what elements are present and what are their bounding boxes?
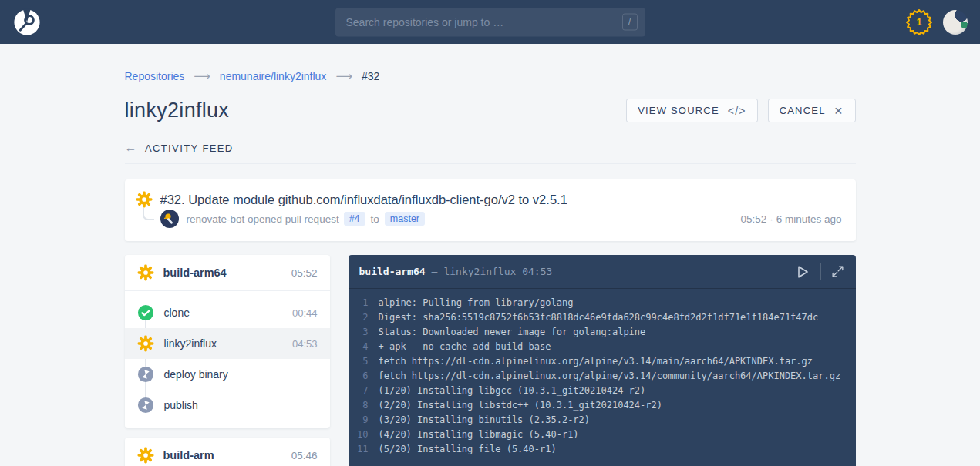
running-gear-icon (136, 191, 153, 208)
breadcrumb-link[interactable]: Repositories (125, 70, 185, 82)
breadcrumb-arrow-icon: ⟶ (335, 69, 352, 83)
breadcrumb-link[interactable]: nemunaire/linky2influx (220, 70, 327, 82)
log-line: 6 fetch https://dl-cdn.alpinelinux.org/a… (349, 369, 856, 384)
view-source-label: VIEW SOURCE (638, 105, 719, 116)
pipeline-step[interactable]: clone 00:44 (125, 297, 330, 328)
log-line: 8 (2/20) Installing libstdc++ (10.3.1_gi… (349, 398, 856, 413)
vertical-divider (820, 263, 821, 280)
console-separator: – (432, 266, 438, 277)
pipeline-step[interactable]: linky2influx 04:53 (125, 328, 330, 359)
line-number: 6 (349, 369, 369, 384)
step-label: clone (164, 307, 190, 319)
global-search: / (335, 8, 645, 36)
line-text: (3/20) Installing binutils (2.35.2-r2) (369, 413, 591, 427)
line-number: 9 (349, 413, 369, 427)
line-number: 10 (349, 427, 369, 442)
console-log: 1 alpine: Pulling from library/golang 2 … (349, 289, 856, 457)
left-arrow-icon: ← (125, 141, 138, 155)
line-text: fetch https://dl-cdn.alpinelinux.org/alp… (369, 369, 841, 384)
search-input[interactable] (346, 16, 622, 28)
to-word: to (371, 213, 379, 225)
step-duration: 00:44 (292, 307, 318, 319)
code-icon: </> (728, 105, 746, 117)
build-feed-card[interactable]: #32. Update module github.com/influxdata… (125, 179, 856, 241)
woodpecker-logo-icon[interactable] (12, 8, 42, 37)
line-text: (2/20) Installing libstdc++ (10.3.1_git2… (369, 398, 662, 413)
pipeline-step[interactable]: publish (125, 390, 330, 421)
renovate-bot-avatar (160, 210, 179, 228)
log-line: 1 alpine: Pulling from library/golang (349, 296, 856, 310)
line-number: 11 (349, 442, 369, 457)
pipeline-header[interactable]: build-arm64 05:52 (125, 255, 330, 291)
log-line: 2 Digest: sha256:5519c8752f6b53fc8818dc4… (349, 310, 856, 325)
pending-hourglass-icon (137, 366, 154, 383)
running-gear-icon (137, 264, 154, 281)
play-icon (793, 263, 811, 281)
line-number: 4 (349, 340, 369, 354)
activity-feed-label: ACTIVITY FEED (145, 142, 234, 154)
user-avatar[interactable] (943, 10, 968, 35)
breadcrumb: Repositories⟶nemunaire/linky2influx⟶#32 (125, 69, 856, 83)
step-label: publish (164, 399, 198, 411)
follow-log-button[interactable] (793, 263, 811, 281)
pipeline-card: build-arm 05:46 (125, 438, 330, 466)
log-line: 3 Status: Downloaded newer image for gol… (349, 325, 856, 340)
pipeline-steps: clone 00:44 linky2influx 04:53 (125, 291, 330, 428)
breadcrumb-arrow-icon: ⟶ (194, 69, 210, 83)
line-number: 1 (349, 296, 369, 310)
feed-actor-text: renovate-bot opened pull request (187, 213, 339, 225)
running-gear-icon (137, 335, 154, 352)
line-text: + apk --no-cache add build-base (369, 340, 551, 354)
line-number: 3 (349, 325, 369, 340)
pending-hourglass-icon (137, 397, 154, 414)
console-header: build-arm64 – linky2influx 04:53 (349, 255, 856, 289)
log-line: 5 fetch https://dl-cdn.alpinelinux.org/a… (349, 354, 856, 369)
line-number: 7 (349, 384, 369, 398)
pipeline-step[interactable]: deploy binary (125, 359, 330, 390)
success-check-icon (137, 304, 154, 321)
line-number: 2 (349, 310, 369, 325)
close-icon: ✕ (834, 105, 844, 117)
console-panel: build-arm64 – linky2influx 04:53 (349, 255, 856, 466)
line-text: (4/20) Installing libmagic (5.40-r1) (369, 427, 579, 442)
breadcrumb-current: #32 (362, 70, 379, 82)
top-navbar: / 1 (0, 0, 980, 44)
slash-shortcut-key: / (622, 14, 638, 31)
log-line: 9 (3/20) Installing binutils (2.35.2-r2) (349, 413, 856, 427)
cancel-button[interactable]: CANCEL ✕ (768, 99, 856, 122)
step-label: deploy binary (164, 368, 228, 381)
log-line: 11 (5/20) Installing file (5.40-r1) (349, 442, 856, 457)
line-number: 5 (349, 354, 369, 369)
feed-timestamp: 05:52·6 minutes ago (740, 213, 841, 225)
log-line: 7 (1/20) Installing libgcc (10.3.1_git20… (349, 384, 856, 398)
pipeline-card: build-arm64 05:52 clone 00:44 (125, 255, 330, 428)
divider (125, 163, 856, 164)
activity-feed-back-link[interactable]: ← ACTIVITY FEED (125, 141, 234, 155)
cancel-label: CANCEL (780, 105, 826, 116)
pipeline-header[interactable]: build-arm 05:46 (125, 438, 330, 466)
notification-count: 1 (906, 9, 932, 35)
pipeline-name: build-arm (163, 449, 214, 461)
pipeline-duration: 05:52 (291, 267, 318, 279)
line-text: fetch https://dl-cdn.alpinelinux.org/alp… (369, 354, 813, 369)
line-text: alpine: Pulling from library/golang (369, 296, 574, 310)
line-text: (1/20) Installing libgcc (10.3.1_git2021… (369, 384, 646, 398)
connector-elbow (143, 208, 154, 220)
line-text: (5/20) Installing file (5.40-r1) (369, 442, 557, 457)
line-text: Digest: sha256:5519c8752f6b53fc8818dc46e… (369, 310, 819, 325)
build-title: #32. Update module github.com/influxdata… (160, 193, 567, 207)
line-text: Status: Downloaded newer image for golan… (369, 325, 646, 340)
line-number: 8 (349, 398, 369, 413)
console-pipeline-name: build-arm64 (359, 266, 426, 277)
expand-icon (830, 264, 845, 279)
running-builds-badge[interactable]: 1 (906, 9, 932, 35)
view-source-button[interactable]: VIEW SOURCE </> (626, 99, 758, 122)
pipeline-duration: 05:46 (291, 450, 318, 461)
fullscreen-button[interactable] (830, 264, 845, 279)
branch-badge[interactable]: master (385, 212, 425, 226)
running-gear-icon (137, 447, 154, 464)
pull-request-badge[interactable]: #4 (344, 212, 365, 226)
main-content: Repositories⟶nemunaire/linky2influx⟶#32 … (125, 69, 856, 466)
step-duration: 04:53 (292, 338, 318, 350)
pipeline-list: build-arm64 05:52 clone 00:44 (125, 255, 330, 466)
